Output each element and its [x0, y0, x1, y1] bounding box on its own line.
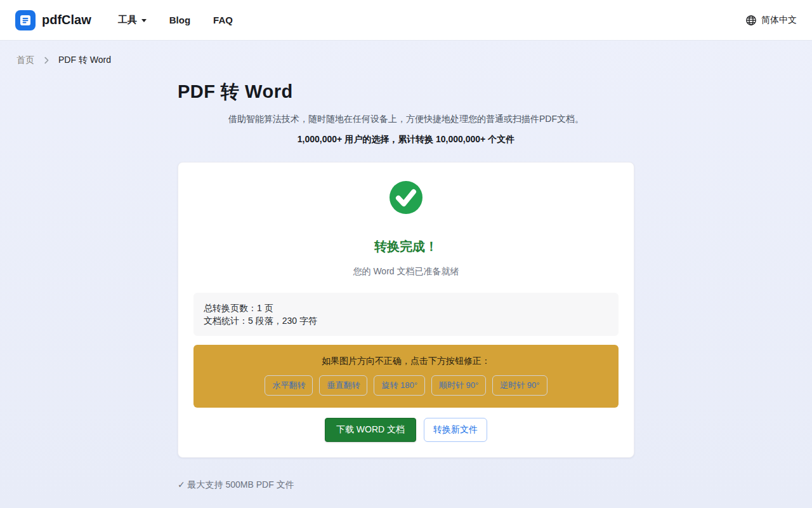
- language-label: 简体中文: [761, 15, 797, 26]
- orientation-correction-box: 如果图片方向不正确，点击下方按钮修正： 水平翻转 垂直翻转 旋转 180° 顺时…: [193, 345, 619, 408]
- status-title: 转换完成！: [193, 238, 619, 255]
- download-word-button[interactable]: 下载 WORD 文档: [325, 418, 416, 442]
- page-subtitle: 借助智能算法技术，随时随地在任何设备上，方便快捷地处理您的普通或扫描件PDF文档…: [178, 114, 634, 125]
- brand-name: pdfClaw: [42, 13, 91, 27]
- orientation-buttons-row: 水平翻转 垂直翻转 旋转 180° 顺时针 90° 逆时针 90°: [204, 375, 608, 396]
- nav-item-tools-label: 工具: [118, 14, 137, 26]
- conversion-result-card: 转换完成！ 您的 Word 文档已准备就绪 总转换页数：1 页 文档统计：5 段…: [178, 162, 634, 458]
- status-subtitle: 您的 Word 文档已准备就绪: [193, 266, 619, 277]
- stat-document: 文档统计：5 段落，230 字符: [204, 314, 608, 327]
- convert-new-file-button[interactable]: 转换新文件: [424, 418, 487, 442]
- nav-item-tools[interactable]: 工具: [118, 14, 147, 26]
- language-selector[interactable]: 简体中文: [745, 15, 797, 26]
- nav-item-faq-label: FAQ: [213, 15, 233, 25]
- breadcrumb-home-link[interactable]: 首页: [16, 55, 34, 66]
- chevron-down-icon: [141, 19, 147, 22]
- check-circle-icon: [390, 181, 422, 214]
- rotate-180-button[interactable]: 旋转 180°: [374, 375, 425, 396]
- flip-vertical-button[interactable]: 垂直翻转: [319, 375, 367, 396]
- usage-stats-line: 1,000,000+ 用户的选择，累计转换 10,000,000+ 个文件: [178, 134, 634, 145]
- breadcrumb: 首页 PDF 转 Word: [0, 41, 812, 66]
- chevron-right-icon: [42, 56, 51, 65]
- globe-icon: [745, 15, 757, 26]
- nav-item-faq[interactable]: FAQ: [213, 15, 233, 25]
- brand-logo[interactable]: pdfClaw: [15, 10, 91, 30]
- nav-item-blog[interactable]: Blog: [169, 15, 190, 25]
- rotate-clockwise-90-button[interactable]: 顺时针 90°: [431, 375, 486, 396]
- document-icon: [15, 10, 36, 30]
- breadcrumb-current: PDF 转 Word: [58, 55, 111, 66]
- main-nav: 工具 Blog FAQ: [118, 14, 233, 26]
- page-title: PDF 转 Word: [178, 79, 634, 105]
- nav-item-blog-label: Blog: [169, 15, 190, 25]
- conversion-stats-box: 总转换页数：1 页 文档统计：5 段落，230 字符: [193, 293, 619, 336]
- stat-pages: 总转换页数：1 页: [204, 302, 608, 314]
- orientation-hint: 如果图片方向不正确，点击下方按钮修正：: [204, 356, 608, 367]
- action-buttons-row: 下载 WORD 文档 转换新文件: [193, 418, 619, 442]
- rotate-counterclockwise-90-button[interactable]: 逆时针 90°: [492, 375, 547, 396]
- file-size-limit-note: ✓ 最大支持 500MB PDF 文件: [178, 479, 634, 491]
- main-content: PDF 转 Word 借助智能算法技术，随时随地在任何设备上，方便快捷地处理您的…: [178, 79, 634, 491]
- flip-horizontal-button[interactable]: 水平翻转: [265, 375, 313, 396]
- header: pdfClaw 工具 Blog FAQ 简体中文: [0, 0, 812, 41]
